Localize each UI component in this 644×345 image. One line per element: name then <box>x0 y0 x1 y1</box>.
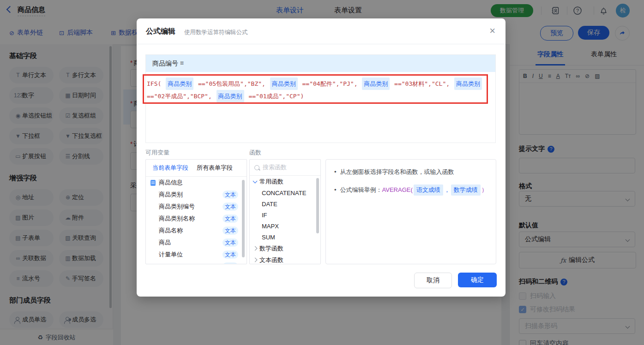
field-type-badge[interactable]: 文本 <box>223 226 238 235</box>
formula-expression[interactable]: IFS( 商品类别 =="05包装用品","BZ", 商品类别 =="04配件"… <box>147 77 485 102</box>
formula-code: =="03材料","CL", <box>391 80 453 87</box>
tip-line-1: •从左侧面板选择字段名和函数，或输入函数 <box>334 167 488 177</box>
function-item[interactable]: CONCATENATE <box>250 187 320 198</box>
function-item[interactable]: SUM <box>250 232 320 243</box>
field-type-badge[interactable]: 文本 <box>223 262 238 264</box>
variable-row[interactable]: 商品文本 <box>146 237 247 249</box>
field-chip[interactable]: 商品类别 <box>454 77 482 90</box>
chevron-right-icon <box>253 258 258 262</box>
field-type-badge[interactable]: 文本 <box>223 202 238 211</box>
variables-tabs: 当前表单字段所有表单字段 <box>146 160 247 177</box>
formula-code: =="01成品","CP") <box>245 93 304 100</box>
variable-row[interactable]: 商品类别文本 <box>146 189 247 201</box>
function-group[interactable]: 常用函数 <box>250 176 320 187</box>
function-item[interactable]: MAPX <box>250 220 320 232</box>
formula-code: =="02半成品","BCP", <box>147 93 216 100</box>
field-type-badge[interactable]: 文本 <box>223 214 238 223</box>
ok-button[interactable]: 确定 <box>458 273 497 287</box>
variables-section-label: 可用变量 <box>145 149 169 157</box>
divider <box>137 44 506 44</box>
variables-scrollbar[interactable] <box>242 180 245 257</box>
example-field-chip[interactable]: 语文成绩 <box>414 184 443 196</box>
field-type-badge[interactable]: 文本 <box>223 190 238 199</box>
example-code: ） <box>481 186 488 193</box>
modal-subtitle: 使用数学运算符编辑公式 <box>184 29 248 36</box>
variable-row[interactable]: 计量单位文本 <box>146 249 247 261</box>
variables-tab[interactable]: 所有表单字段 <box>197 164 233 172</box>
function-item[interactable]: DATE <box>250 198 320 209</box>
chevron-right-icon <box>253 246 258 251</box>
cancel-button[interactable]: 取消 <box>414 273 452 288</box>
field-chip[interactable]: 商品类别 <box>217 90 244 102</box>
field-chip[interactable]: 商品类别 <box>362 77 390 90</box>
formula-tips-panel: •从左侧面板选择字段名和函数，或输入函数 •公式编辑举例：AVERAGE(语文成… <box>325 159 496 264</box>
example-code: ， <box>444 186 450 193</box>
field-chip[interactable]: 商品类别 <box>270 77 298 90</box>
variable-row[interactable]: 商品名称文本 <box>146 225 247 237</box>
function-group[interactable]: 数学函数 <box>250 243 320 254</box>
functions-scrollbar[interactable] <box>316 178 319 233</box>
chevron-down-icon <box>253 178 258 183</box>
example-field-chip[interactable]: 数学成绩 <box>451 184 481 196</box>
functions-section-label: 函数 <box>249 149 261 157</box>
functions-panel: 搜索函数 常用函数CONCATENATEDATEIFMAPXSUM数学函数文本函… <box>249 159 321 264</box>
form-doc-icon <box>150 180 156 186</box>
formula-code: =="04配件","PJ", <box>299 80 361 87</box>
formula-editor-modal: 公式编辑 使用数学运算符编辑公式 × 商品编号 = IFS( 商品类别 =="0… <box>137 18 506 297</box>
variable-row[interactable]: 商品类别编号文本 <box>146 201 247 213</box>
field-type-badge[interactable]: 文本 <box>223 238 238 247</box>
modal-title: 公式编辑 <box>146 27 175 36</box>
search-icon <box>254 165 259 170</box>
variable-row[interactable]: 商品类别名称文本 <box>146 213 247 225</box>
formula-code: IFS( <box>147 80 165 87</box>
variables-panel: 当前表单字段所有表单字段 商品信息商品类别文本商品类别编号文本商品类别名称文本商… <box>145 159 247 264</box>
variable-root-row[interactable]: 商品信息 <box>146 177 247 189</box>
tip-line-2: •公式编辑举例：AVERAGE(语文成绩，数学成绩） <box>334 184 488 196</box>
variables-tab[interactable]: 当前表单字段 <box>152 164 188 172</box>
function-group[interactable]: 文本函数 <box>250 254 320 264</box>
search-placeholder: 搜索函数 <box>263 163 287 172</box>
close-icon[interactable]: × <box>489 26 495 36</box>
formula-target-bar: 商品编号 = <box>146 55 495 72</box>
formula-code: =="05包装用品","BZ", <box>194 80 269 87</box>
function-item[interactable]: IF <box>250 209 320 220</box>
field-type-badge[interactable]: 文本 <box>223 250 238 259</box>
variable-row[interactable]: 文本 <box>146 261 247 264</box>
example-code: AVERAGE( <box>382 186 413 193</box>
function-search-input[interactable]: 搜索函数 <box>250 160 320 176</box>
field-chip[interactable]: 商品类别 <box>166 77 193 90</box>
